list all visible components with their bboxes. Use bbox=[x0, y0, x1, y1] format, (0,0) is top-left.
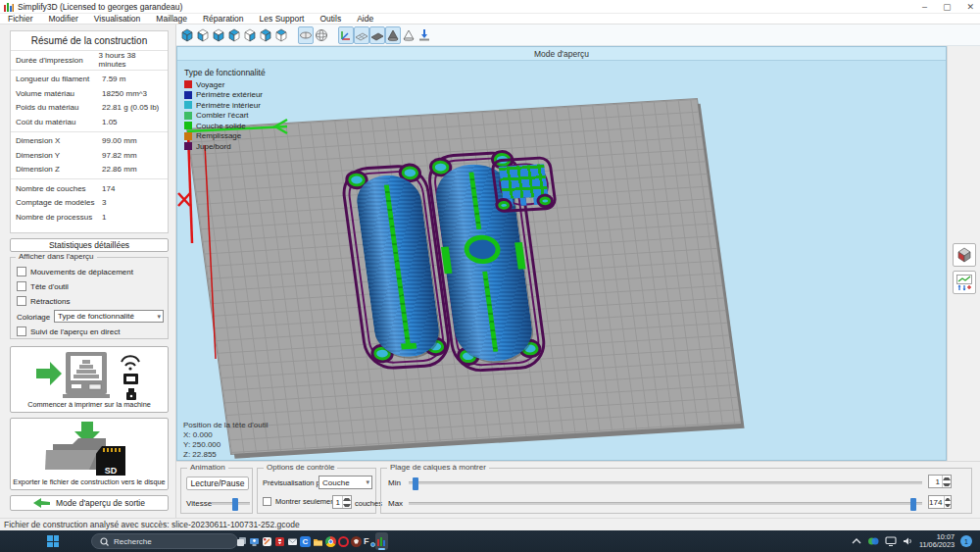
color-swatch bbox=[184, 122, 192, 129]
spin-down-icon bbox=[343, 504, 351, 507]
layers-unit-label: couches bbox=[355, 499, 382, 508]
clock[interactable]: 10:07 11/06/2023 bbox=[919, 533, 955, 550]
variable-settings-button[interactable] bbox=[953, 271, 976, 294]
checkbox-live-preview[interactable] bbox=[17, 326, 26, 336]
detailed-stats-button[interactable]: Statistiques détaillées bbox=[10, 238, 169, 252]
preview-controls: Animation Lecture/Pause Vitesse Options … bbox=[176, 461, 980, 518]
printer-icon bbox=[30, 351, 148, 400]
min-layer-spinner[interactable]: 1 bbox=[928, 475, 952, 488]
model-wireframe-toggle-icon[interactable] bbox=[401, 26, 416, 44]
toolhead-toggle-icon[interactable] bbox=[416, 26, 432, 44]
simplify3d-taskbar-icon[interactable] bbox=[375, 532, 388, 550]
menu-maillage[interactable]: Maillage bbox=[148, 14, 195, 24]
menu-outils[interactable]: Outils bbox=[312, 14, 349, 24]
download-app-icon[interactable] bbox=[273, 532, 286, 550]
preview-options-group: Afficher dans l'aperçu Mouvements de dép… bbox=[10, 257, 169, 339]
task-view-icon[interactable] bbox=[235, 532, 248, 550]
cross-section-button[interactable] bbox=[953, 243, 976, 267]
maximize-button[interactable]: ▢ bbox=[943, 2, 952, 12]
feature-type-legend: Type de fonctionnalité Voyager Périmètre… bbox=[184, 68, 266, 152]
model-solid-toggle-icon[interactable] bbox=[385, 26, 401, 44]
menu-les-support[interactable]: Les Support bbox=[252, 14, 313, 24]
view-cube-iso-icon[interactable] bbox=[226, 26, 242, 44]
bed-toggle-icon[interactable] bbox=[369, 26, 385, 44]
back-arrow-icon bbox=[33, 498, 51, 508]
checkbox-toolhead[interactable] bbox=[17, 281, 26, 291]
summary-row: Comptage de modèles3 bbox=[11, 196, 168, 211]
tray-chevron-up-icon[interactable] bbox=[852, 537, 861, 545]
view-cube-right-icon[interactable] bbox=[258, 26, 273, 44]
menu-fichier[interactable]: Fichier bbox=[0, 14, 41, 24]
speed-slider-handle[interactable] bbox=[232, 498, 238, 511]
exit-preview-mode-button[interactable]: Mode d'aperçu de sortie bbox=[10, 495, 169, 511]
view-cube-bottom-icon[interactable] bbox=[211, 26, 226, 44]
show-count-spinner[interactable]: 1 bbox=[332, 495, 352, 509]
layer-graph-icon bbox=[956, 274, 973, 291]
summary-row: Nombre de processus1 bbox=[11, 210, 168, 225]
close-button[interactable]: ✕ bbox=[966, 2, 974, 12]
color-swatch bbox=[184, 112, 192, 120]
notification-badge[interactable]: 1 bbox=[960, 535, 972, 547]
max-slider-handle[interactable] bbox=[910, 498, 916, 511]
wireframe-view-icon[interactable] bbox=[314, 26, 329, 44]
legend-item: Périmètre extérieur bbox=[184, 90, 266, 101]
c-app-icon[interactable]: C bbox=[299, 532, 312, 550]
checkbox-show-only[interactable] bbox=[263, 497, 271, 506]
chrome-icon[interactable] bbox=[324, 532, 337, 550]
view-cube-back-icon[interactable] bbox=[242, 26, 258, 44]
preview-viewport[interactable]: Mode d'aperçu Type de fonctionnalité Voy… bbox=[176, 46, 947, 461]
view-cube-top-icon[interactable] bbox=[273, 26, 289, 44]
checkbox-retractions[interactable] bbox=[17, 296, 26, 306]
summary-row: Dimension Y97.82 mm bbox=[11, 148, 168, 163]
remote-desktop-icon[interactable] bbox=[248, 532, 261, 550]
min-slider-handle[interactable] bbox=[413, 477, 418, 490]
legend-item: Jupe/bord bbox=[184, 141, 266, 152]
windows-taskbar: Recherche C F 10:07 11/06/2023 1 bbox=[0, 530, 980, 552]
print-to-machine-button[interactable]: Commencer à imprimer sur la machine bbox=[10, 346, 169, 413]
model-grid-object[interactable] bbox=[499, 164, 549, 199]
snipping-tool-icon[interactable] bbox=[261, 532, 273, 550]
brave-like-app-icon[interactable] bbox=[350, 532, 363, 550]
speaker-icon[interactable] bbox=[903, 536, 913, 546]
axes-toggle-icon[interactable] bbox=[338, 26, 354, 44]
file-explorer-icon[interactable] bbox=[312, 532, 324, 550]
speed-slider[interactable] bbox=[212, 502, 250, 505]
grid-toggle-icon[interactable] bbox=[354, 26, 369, 44]
start-button-icon[interactable] bbox=[47, 535, 59, 547]
menu-visualisation[interactable]: Visualisation bbox=[86, 14, 149, 24]
tray-app-icon[interactable] bbox=[867, 536, 879, 546]
disc-view-icon[interactable] bbox=[298, 26, 314, 44]
menu-aide[interactable]: Aide bbox=[349, 14, 381, 24]
max-layer-spinner[interactable]: 174 bbox=[928, 495, 952, 509]
max-layer-slider[interactable] bbox=[409, 502, 922, 505]
summary-row: Dimension Z22.86 mm bbox=[11, 163, 168, 177]
simplify3d-window: Simplify3D (Licensed to georges garandea… bbox=[0, 0, 980, 552]
summary-row: Durée d'impression3 hours 38 minutes bbox=[11, 53, 168, 68]
summary-row: Coût du matériau1.05 bbox=[11, 115, 168, 129]
menu-modifier[interactable]: Modifier bbox=[41, 14, 86, 24]
spin-down-icon bbox=[945, 504, 951, 507]
coloring-select[interactable]: Type de fonctionnalité▾ bbox=[54, 310, 164, 323]
opera-icon[interactable] bbox=[337, 532, 350, 550]
checkbox-travel-moves[interactable] bbox=[17, 267, 26, 276]
summary-row: Volume matériau18250 mm^3 bbox=[11, 86, 168, 101]
menu-reparation[interactable]: Réparation bbox=[195, 14, 252, 24]
network-icon[interactable] bbox=[885, 536, 897, 546]
export-to-disk-button[interactable]: SD Exporter le fichier de construction v… bbox=[10, 418, 169, 490]
legend-item: Périmètre intérieur bbox=[184, 100, 266, 111]
preview-by-select[interactable]: Couche▾ bbox=[318, 476, 372, 489]
toolhead-position-readout: Position de la tête d'outil X: 0.000 Y: … bbox=[183, 421, 268, 460]
f-settings-app-icon[interactable]: F bbox=[363, 532, 375, 550]
minimize-button[interactable]: – bbox=[922, 2, 927, 12]
build-summary: Résumé de la construction Durée d'impres… bbox=[10, 30, 169, 233]
chevron-down-icon: ▾ bbox=[366, 478, 369, 486]
min-layer-slider[interactable] bbox=[409, 481, 922, 484]
view-cube-front-icon[interactable] bbox=[195, 26, 211, 44]
animation-group: Animation Lecture/Pause Vitesse bbox=[180, 468, 253, 514]
search-box[interactable]: Recherche bbox=[91, 533, 238, 549]
mail-icon[interactable] bbox=[286, 532, 299, 550]
view-cube-solid-icon[interactable] bbox=[179, 26, 195, 44]
play-pause-button[interactable]: Lecture/Pause bbox=[186, 477, 249, 490]
color-swatch bbox=[184, 101, 192, 109]
summary-title: Résumé de la construction bbox=[11, 31, 168, 51]
